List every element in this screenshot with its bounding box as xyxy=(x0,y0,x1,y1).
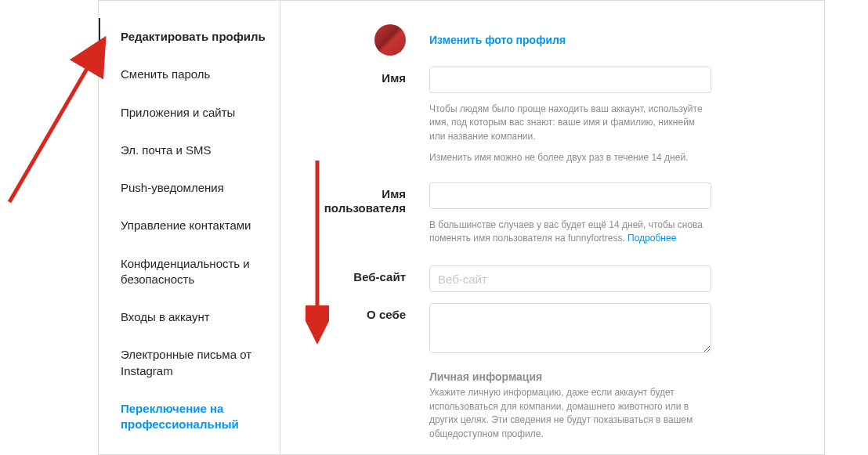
bio-input[interactable] xyxy=(429,303,711,353)
personal-info-heading: Личная информация xyxy=(429,370,711,383)
sidebar-item-push-notifications[interactable]: Push-уведомления xyxy=(99,169,280,207)
name-help-2: Изменить имя можно не более двух раз в т… xyxy=(429,151,711,164)
svg-line-0 xyxy=(9,39,104,202)
personal-info-help: Укажите личную информацию, даже если акк… xyxy=(429,386,711,441)
website-input[interactable] xyxy=(429,265,711,292)
sidebar-item-change-password[interactable]: Сменить пароль xyxy=(99,56,280,93)
avatar[interactable] xyxy=(374,24,406,56)
website-label: Веб-сайт xyxy=(320,265,429,292)
settings-container: Редактировать профиль Сменить пароль При… xyxy=(98,0,825,455)
bio-label: О себе xyxy=(320,303,429,356)
change-photo-link[interactable]: Изменить фото профиля xyxy=(429,24,566,46)
username-input[interactable] xyxy=(429,182,711,209)
sidebar-item-emails-from-instagram[interactable]: Электронные письма от Instagram xyxy=(99,336,280,390)
sidebar-item-manage-contacts[interactable]: Управление контактами xyxy=(99,207,280,244)
edit-profile-form: Изменить фото профиля Имя Чтобы людям бы… xyxy=(280,1,824,454)
name-input[interactable] xyxy=(429,67,711,93)
name-label: Имя xyxy=(320,67,429,165)
username-label: Имя пользователя xyxy=(320,182,429,246)
sidebar-item-login-activity[interactable]: Входы в аккаунт xyxy=(99,298,280,336)
sidebar-item-edit-profile[interactable]: Редактировать профиль xyxy=(99,18,280,56)
username-help-more-link[interactable]: Подробнее xyxy=(627,233,676,244)
username-help: В большинстве случаев у вас будет ещё 14… xyxy=(429,218,711,246)
sidebar-item-privacy-security[interactable]: Конфиденциальность и безопасность xyxy=(99,245,280,299)
sidebar-item-email-sms[interactable]: Эл. почта и SMS xyxy=(99,132,280,169)
sidebar-item-switch-professional[interactable]: Переключение на профессиональный xyxy=(99,390,280,444)
name-help-1: Чтобы людям было проще находить ваш акка… xyxy=(429,103,711,143)
settings-sidebar: Редактировать профиль Сменить пароль При… xyxy=(99,1,280,454)
sidebar-item-apps-websites[interactable]: Приложения и сайты xyxy=(99,94,280,132)
